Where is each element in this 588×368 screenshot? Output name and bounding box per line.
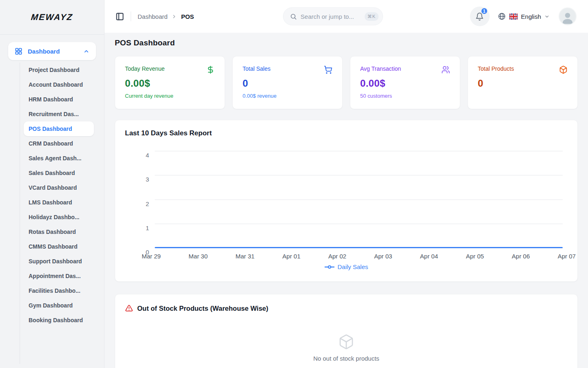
sidebar-item-sales-agent-dash[interactable]: Sales Agent Dash... <box>24 151 94 166</box>
x-axis-tick-label: Apr 06 <box>512 253 530 260</box>
sidebar-section-dashboard[interactable]: Dashboard <box>8 42 96 60</box>
notification-badge: 1 <box>481 7 488 15</box>
gridline <box>155 200 563 200</box>
language-label: English <box>521 13 541 20</box>
alert-triangle-icon <box>125 304 133 312</box>
package-icon <box>559 65 568 74</box>
topbar: Dashboard POS ⌘K <box>105 0 588 33</box>
users-icon <box>441 65 450 74</box>
sidebar-item-account-dashboard[interactable]: Account Dashboard <box>24 77 94 92</box>
stat-sub: 0.00$ revenue <box>243 93 332 99</box>
sidebar-item-lms-dashboard[interactable]: LMS Dashboard <box>24 195 94 210</box>
x-axis-tick-label: Apr 03 <box>374 253 392 260</box>
chevron-up-icon <box>83 48 89 54</box>
grid-icon <box>15 47 22 55</box>
legend-line-marker-icon <box>324 265 335 269</box>
stat-sub: Current day revenue <box>125 93 215 99</box>
stats-row: Today Revenue 0.00$ Current day revenue … <box>115 56 578 109</box>
search-icon <box>290 13 297 20</box>
out-of-stock-title: Out of Stock Products (Warehouse Wise) <box>137 305 268 312</box>
chevron-down-icon <box>544 14 550 19</box>
sidebar-item-booking-dashboard[interactable]: Booking Dashboard <box>24 313 94 328</box>
stat-value: 0.00$ <box>125 78 215 89</box>
cart-icon <box>324 65 332 74</box>
breadcrumb-current: POS <box>181 13 194 20</box>
daily-sales-line <box>155 247 563 248</box>
x-axis-tick-label: Mar 29 <box>142 253 161 260</box>
search-box[interactable]: ⌘K <box>283 7 383 25</box>
stat-value: 0 <box>478 78 568 89</box>
stat-sub: 50 customers <box>360 93 450 99</box>
x-axis-tick-label: Apr 01 <box>283 253 301 260</box>
x-axis-tick-label: Apr 04 <box>420 253 438 260</box>
stat-card-total-products: Total Products 0 <box>468 56 578 109</box>
y-axis-tick-label: 3 <box>146 176 149 183</box>
sidebar-item-cmms-dashboard[interactable]: CMMS Dashboard <box>24 239 94 254</box>
y-axis-tick-label: 2 <box>146 201 149 207</box>
sidebar: MEWAYZ Dashboard Project DashboardAccoun… <box>0 0 105 368</box>
sidebar-item-sales-dashboard[interactable]: Sales Dashboard <box>24 166 94 180</box>
sidebar-section-label: Dashboard <box>28 48 78 55</box>
x-axis-tick-label: Mar 30 <box>189 253 208 260</box>
legend-label: Daily Sales <box>337 263 368 270</box>
y-axis-tick-label: 0 <box>146 249 149 256</box>
chevron-right-icon <box>172 14 177 19</box>
stat-label: Today Revenue <box>125 65 165 72</box>
stat-value: 0 <box>243 78 332 89</box>
sidebar-item-pos-dashboard[interactable]: POS Dashboard <box>24 121 94 136</box>
sales-report-card: Last 10 Days Sales Report 43210 Mar 29Ma… <box>115 120 578 282</box>
logo-wrap: MEWAYZ <box>0 0 104 35</box>
sidebar-item-crm-dashboard[interactable]: CRM Dashboard <box>24 136 94 151</box>
breadcrumb-root[interactable]: Dashboard <box>138 13 167 20</box>
chart-x-axis-labels: Mar 29Mar 30Mar 31Apr 01Apr 02Apr 03Apr … <box>142 253 576 260</box>
sidebar-toggle-button[interactable] <box>116 12 124 21</box>
globe-icon <box>498 12 506 20</box>
main-area: Dashboard POS ⌘K <box>105 0 588 368</box>
y-axis-tick-label: 1 <box>146 225 149 231</box>
sidebar-item-support-dashboard[interactable]: Support Dashboard <box>24 254 94 269</box>
search-shortcut-badge: ⌘K <box>365 12 379 21</box>
x-axis-tick-label: Apr 07 <box>558 253 576 260</box>
avatar[interactable] <box>559 7 577 25</box>
topbar-right: 1 English <box>470 7 577 26</box>
sidebar-item-facilities-dashbo[interactable]: Facilities Dashbo... <box>24 283 94 298</box>
stat-label: Total Products <box>478 65 514 72</box>
sidebar-submenu: Project DashboardAccount DashboardHRM Da… <box>0 63 104 368</box>
chart-title: Last 10 Days Sales Report <box>125 129 568 137</box>
stat-card-total-sales: Total Sales 0 0.00$ revenue <box>232 56 343 109</box>
y-axis-tick-label: 4 <box>146 152 149 159</box>
empty-state: No out of stock products <box>125 334 568 362</box>
gridline <box>155 224 563 224</box>
sidebar-item-hrm-dashboard[interactable]: HRM Dashboard <box>24 92 94 107</box>
panel-left-icon <box>116 12 124 21</box>
brand-logo: MEWAYZ <box>31 12 74 22</box>
stat-card-avg-transaction: Avg Transaction 0.00$ 50 customers <box>350 56 460 109</box>
gridline <box>155 151 563 151</box>
stat-value: 0.00$ <box>360 78 450 89</box>
gridline <box>155 175 563 175</box>
sidebar-item-rotas-dashboard[interactable]: Rotas Dashboard <box>24 224 94 239</box>
uk-flag-icon <box>509 13 518 20</box>
sidebar-item-holidayz-dashbo[interactable]: Holidayz Dashbo... <box>24 210 94 224</box>
content: POS Dashboard Today Revenue 0.00$ Curren… <box>105 33 588 368</box>
notifications-button[interactable]: 1 <box>470 7 490 26</box>
stat-label: Avg Transaction <box>360 65 401 72</box>
stat-label: Total Sales <box>243 65 270 72</box>
sidebar-item-recruitment-das[interactable]: Recruitment Das... <box>24 107 94 121</box>
sidebar-item-gym-dashboard[interactable]: Gym Dashboard <box>24 298 94 313</box>
out-of-stock-card: Out of Stock Products (Warehouse Wise) N… <box>115 294 578 368</box>
x-axis-tick-label: Apr 02 <box>328 253 346 260</box>
package-icon <box>338 334 354 350</box>
search-input[interactable] <box>301 13 361 20</box>
sidebar-item-project-dashboard[interactable]: Project Dashboard <box>24 63 94 77</box>
language-selector[interactable]: English <box>498 12 550 20</box>
x-axis-tick-label: Apr 05 <box>466 253 484 260</box>
dollar-icon <box>206 65 215 74</box>
x-axis-tick-label: Mar 31 <box>236 253 255 260</box>
chart-legend[interactable]: Daily Sales <box>125 263 568 270</box>
topbar-divider <box>131 11 131 21</box>
sidebar-item-appointment-das[interactable]: Appointment Das... <box>24 269 94 283</box>
breadcrumb: Dashboard POS <box>138 13 194 20</box>
sidebar-item-vcard-dashboard[interactable]: VCard Dashboard <box>24 180 94 195</box>
stat-card-today-revenue: Today Revenue 0.00$ Current day revenue <box>115 56 225 109</box>
